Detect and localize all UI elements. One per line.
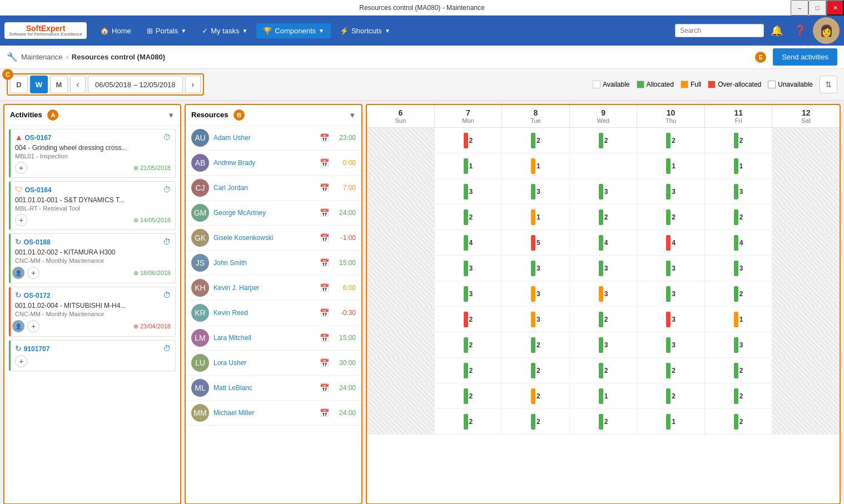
calendar-cell[interactable]	[772, 204, 840, 229]
add-activity-button[interactable]: +	[27, 267, 39, 279]
components-button[interactable]: 🏆 Components ▼	[256, 23, 331, 38]
calendar-cell[interactable]: 2	[435, 307, 503, 332]
calendar-cell[interactable]: 5	[502, 230, 570, 255]
calendar-cell[interactable]: 1	[502, 204, 570, 229]
calendar-cell[interactable]: 1	[570, 383, 638, 408]
resource-row[interactable]: ML Matt LeBlanc 📅 24:00	[186, 376, 361, 401]
breadcrumb-parent[interactable]: Maintenance	[21, 53, 62, 61]
calendar-cell[interactable]: 2	[502, 383, 570, 408]
calendar-cell[interactable]: 3	[570, 332, 638, 357]
sort-button[interactable]: ⇅	[820, 76, 837, 93]
calendar-cell[interactable]: 1	[502, 153, 570, 178]
calendar-cell[interactable]: 2	[570, 204, 638, 229]
calendar-cell[interactable]: 1	[637, 153, 705, 178]
activity-card[interactable]: ↻ OS-0188 ⏱ 001.01.02-002 - KITAMURA H30…	[9, 233, 176, 283]
send-activities-button[interactable]: Send activities	[773, 48, 837, 66]
calendar-cell[interactable]: 3	[637, 332, 705, 357]
calendar-cell[interactable]: 3	[705, 256, 773, 281]
calendar-cell[interactable]: 1	[705, 153, 773, 178]
resource-row[interactable]: LM Lara Mitchell 📅 15:00	[186, 326, 361, 351]
calendar-cell[interactable]: 2	[570, 409, 638, 434]
calendar-cell[interactable]: 2	[637, 358, 705, 383]
calendar-cell[interactable]: 3	[570, 256, 638, 281]
calendar-cell[interactable]	[772, 383, 840, 408]
calendar-cell[interactable]: 2	[435, 332, 503, 357]
calendar-cell[interactable]: 3	[637, 256, 705, 281]
calendar-cell[interactable]: 2	[502, 358, 570, 383]
activities-filter-icon[interactable]: ▼	[167, 111, 175, 119]
calendar-cell[interactable]	[772, 409, 840, 434]
view-month-button[interactable]: M	[50, 76, 68, 93]
add-activity-button[interactable]: +	[15, 214, 27, 226]
notification-button[interactable]: 🔔	[766, 22, 787, 39]
calendar-cell[interactable]: 3	[502, 179, 570, 204]
view-week-button[interactable]: W	[30, 76, 48, 93]
next-period-button[interactable]: ›	[185, 76, 201, 93]
add-activity-button[interactable]: +	[15, 162, 27, 174]
calendar-cell[interactable]	[367, 409, 435, 434]
add-activity-button[interactable]: +	[27, 320, 39, 332]
home-button[interactable]: 🏠 Home	[93, 23, 138, 38]
calendar-cell[interactable]: 2	[502, 409, 570, 434]
activity-card[interactable]: 🛡 OS-0164 ⏱ 001.01.01-001 - S&T DYNAMICS…	[9, 181, 176, 230]
calendar-cell[interactable]	[367, 256, 435, 281]
calendar-cell[interactable]: 3	[435, 281, 503, 306]
resource-row[interactable]: JS John Smith 📅 15:00	[186, 251, 361, 276]
calendar-cell[interactable]	[367, 179, 435, 204]
calendar-cell[interactable]	[367, 383, 435, 408]
calendar-cell[interactable]	[772, 230, 840, 255]
resource-row[interactable]: AB Andrew Brady 📅 0:00	[186, 151, 361, 176]
calendar-cell[interactable]: 1	[705, 307, 773, 332]
calendar-cell[interactable]: 2	[637, 383, 705, 408]
calendar-cell[interactable]	[367, 204, 435, 229]
activity-card[interactable]: ▲ OS-0167 ⏱ 004 - Grinding wheel dressin…	[9, 129, 176, 178]
calendar-cell[interactable]: 2	[705, 409, 773, 434]
add-activity-button[interactable]: +	[15, 355, 27, 367]
calendar-cell[interactable]: 2	[435, 204, 503, 229]
mytasks-button[interactable]: ✓ My tasks ▼	[195, 23, 254, 38]
portals-button[interactable]: ⊞ Portals ▼	[140, 23, 193, 38]
view-day-button[interactable]: D	[10, 76, 28, 93]
calendar-cell[interactable]	[772, 256, 840, 281]
calendar-cell[interactable]: 2	[637, 204, 705, 229]
calendar-cell[interactable]	[367, 153, 435, 178]
activity-card[interactable]: ↻ OS-0172 ⏱ 001.01.02-004 - MITSUBISHI M…	[9, 287, 176, 337]
calendar-cell[interactable]: 4	[705, 230, 773, 255]
prev-period-button[interactable]: ‹	[70, 76, 86, 93]
calendar-cell[interactable]: 2	[705, 204, 773, 229]
calendar-cell[interactable]: 3	[570, 179, 638, 204]
calendar-cell[interactable]: 2	[705, 358, 773, 383]
calendar-cell[interactable]: 3	[637, 307, 705, 332]
calendar-cell[interactable]	[367, 128, 435, 153]
activity-card[interactable]: ↻ 9101707 ⏱ +	[9, 340, 176, 371]
calendar-cell[interactable]: 2	[570, 128, 638, 153]
calendar-cell[interactable]: 2	[705, 383, 773, 408]
calendar-cell[interactable]: 2	[705, 128, 773, 153]
user-avatar[interactable]: 👩	[813, 17, 840, 44]
calendar-cell[interactable]: 2	[435, 383, 503, 408]
calendar-cell[interactable]: 3	[502, 281, 570, 306]
calendar-cell[interactable]: 2	[435, 358, 503, 383]
calendar-cell[interactable]	[367, 332, 435, 357]
calendar-cell[interactable]: 3	[502, 256, 570, 281]
calendar-cell[interactable]	[367, 230, 435, 255]
calendar-cell[interactable]: 2	[637, 128, 705, 153]
calendar-cell[interactable]	[772, 332, 840, 357]
calendar-cell[interactable]: 2	[435, 128, 503, 153]
resource-row[interactable]: GK Gisele Kosenkowski 📅 -1:00	[186, 226, 361, 251]
resource-row[interactable]: MM Michael Miller 📅 24:00	[186, 401, 361, 426]
resource-row[interactable]: KR Kevin Reed 📅 -0:30	[186, 301, 361, 326]
calendar-cell[interactable]	[772, 128, 840, 153]
calendar-cell[interactable]	[367, 281, 435, 306]
help-button[interactable]: ❓	[790, 22, 811, 39]
shortcuts-button[interactable]: ⚡ Shortcuts ▼	[333, 23, 397, 38]
calendar-cell[interactable]: 2	[570, 307, 638, 332]
calendar-cell[interactable]: 3	[705, 179, 773, 204]
calendar-cell[interactable]: 2	[570, 358, 638, 383]
resource-row[interactable]: LU Lora Usher 📅 30:00	[186, 351, 361, 376]
resource-row[interactable]: KH Kevin J. Harper 📅 6:00	[186, 276, 361, 301]
calendar-cell[interactable]: 1	[435, 153, 503, 178]
search-input[interactable]	[675, 24, 764, 37]
close-button[interactable]: ✕	[826, 0, 844, 16]
calendar-cell[interactable]	[367, 358, 435, 383]
